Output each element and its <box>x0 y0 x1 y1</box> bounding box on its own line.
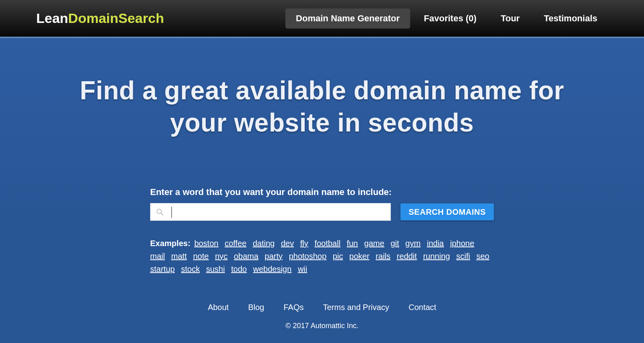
example-link-fly[interactable]: fly <box>300 239 308 248</box>
example-link-gym[interactable]: gym <box>405 239 421 248</box>
footer-links: AboutBlogFAQsTerms and PrivacyContact <box>0 303 644 312</box>
example-link-webdesign[interactable]: webdesign <box>253 265 292 273</box>
example-link-matt[interactable]: matt <box>171 252 187 261</box>
search-label: Enter a word that you want your domain n… <box>150 187 494 197</box>
search-block: Enter a word that you want your domain n… <box>150 187 494 221</box>
examples-list: boston coffee dating dev fly football fu… <box>150 239 492 273</box>
example-link-dev[interactable]: dev <box>281 239 294 248</box>
example-link-photoshop[interactable]: photoshop <box>289 252 326 261</box>
footer-link-blog[interactable]: Blog <box>248 303 264 312</box>
example-link-running[interactable]: running <box>423 252 450 261</box>
example-link-wii[interactable]: wii <box>298 265 307 273</box>
example-link-nyc[interactable]: nyc <box>215 252 227 261</box>
nav-domain-name-generator[interactable]: Domain Name Generator <box>285 8 410 29</box>
example-link-game[interactable]: game <box>364 239 384 248</box>
hero-section: Find a great available domain name for y… <box>0 38 644 343</box>
example-link-reddit[interactable]: reddit <box>397 252 417 261</box>
example-link-india[interactable]: india <box>427 239 444 248</box>
example-link-note[interactable]: note <box>193 252 209 261</box>
footer-link-terms-and-privacy[interactable]: Terms and Privacy <box>323 303 389 312</box>
nav-favorites[interactable]: Favorites (0) <box>413 8 487 29</box>
example-link-dating[interactable]: dating <box>253 239 275 248</box>
nav-item-label: Domain Name Generator <box>296 13 400 23</box>
example-link-pic[interactable]: pic <box>333 252 343 261</box>
example-link-obama[interactable]: obama <box>234 252 258 261</box>
search-input[interactable] <box>171 204 388 220</box>
headline: Find a great available domain name for y… <box>70 74 574 139</box>
example-link-rails[interactable]: rails <box>376 252 390 261</box>
logo-part-1: Lean <box>36 10 68 26</box>
example-link-scifi[interactable]: scifi <box>456 252 470 261</box>
nav-item-label: Testimonials <box>544 13 597 23</box>
search-domains-button[interactable]: SEARCH DOMAINS <box>400 203 494 220</box>
search-icon <box>155 207 165 217</box>
example-link-mail[interactable]: mail <box>150 252 165 261</box>
search-row: SEARCH DOMAINS <box>150 203 494 221</box>
search-input-wrap[interactable] <box>150 203 391 221</box>
example-link-coffee[interactable]: coffee <box>225 239 246 248</box>
example-link-sushi[interactable]: sushi <box>206 265 225 273</box>
nav-item-label: Favorites (0) <box>424 13 477 23</box>
example-link-football[interactable]: football <box>314 239 341 248</box>
footer-link-faqs[interactable]: FAQs <box>283 303 303 312</box>
example-link-seo[interactable]: seo <box>476 252 489 261</box>
nav-tour[interactable]: Tour <box>490 8 530 29</box>
nav-testimonials[interactable]: Testimonials <box>533 8 608 29</box>
example-link-stock[interactable]: stock <box>181 265 200 273</box>
example-link-poker[interactable]: poker <box>349 252 369 261</box>
example-link-fun[interactable]: fun <box>347 239 358 248</box>
examples-label: Examples: <box>150 239 190 248</box>
footer: AboutBlogFAQsTerms and PrivacyContact © … <box>0 303 644 330</box>
example-link-boston[interactable]: boston <box>194 239 219 248</box>
nav-item-label: Tour <box>501 13 520 23</box>
top-navbar: LeanDomainSearch Domain Name Generator F… <box>0 0 644 38</box>
site-logo[interactable]: LeanDomainSearch <box>36 10 164 26</box>
examples-block: Examples: boston coffee dating dev fly f… <box>150 237 494 275</box>
footer-link-about[interactable]: About <box>208 303 229 312</box>
example-link-startup[interactable]: startup <box>150 265 175 273</box>
example-link-todo[interactable]: todo <box>231 265 247 273</box>
copyright: © 2017 Automattic Inc. <box>0 322 644 330</box>
example-link-git[interactable]: git <box>390 239 399 248</box>
footer-link-contact[interactable]: Contact <box>409 303 436 312</box>
nav-right: Domain Name Generator Favorites (0) Tour… <box>285 8 608 29</box>
example-link-iphone[interactable]: iphone <box>450 239 474 248</box>
logo-part-2: DomainSearch <box>68 10 164 26</box>
example-link-party[interactable]: party <box>265 252 283 261</box>
